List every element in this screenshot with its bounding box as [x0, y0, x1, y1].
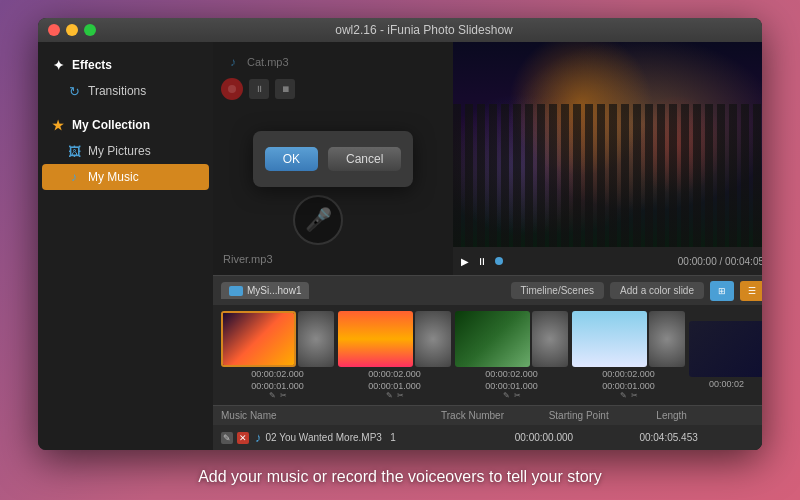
- traffic-lights: [48, 24, 96, 36]
- timeline-scenes-button[interactable]: Timeline/Scenes: [511, 282, 605, 299]
- sidebar-item-my-pictures[interactable]: 🖼 My Pictures: [38, 138, 213, 164]
- cut-icon[interactable]: ✂: [280, 391, 287, 400]
- cut-icon-2[interactable]: ✂: [397, 391, 404, 400]
- titlebar: owl2.16 - iFunia Photo Slideshow: [38, 18, 762, 42]
- thumb-edit-2: ✎ ✂: [386, 391, 404, 400]
- thumb-time-1: 00:00:02.000: [251, 369, 304, 379]
- cut-icon-4[interactable]: ✂: [631, 391, 638, 400]
- grid-view-button[interactable]: ⊞: [710, 281, 734, 301]
- sidebar-item-my-music[interactable]: ♪ My Music: [42, 164, 209, 190]
- content-area: ♪ Cat.mp3 ⏸ ⏹ OK: [213, 42, 762, 450]
- thumb-time-1b: 00:00:01.000: [251, 381, 304, 391]
- timeline-area: 00:00:02.000 00:00:01.000 ✎ ✂: [213, 305, 762, 405]
- my-pictures-label: My Pictures: [88, 144, 151, 158]
- sky-thumbnail: [572, 311, 647, 367]
- blur-thumbnail-3: [532, 311, 568, 367]
- delete-track-button[interactable]: ✕: [237, 432, 249, 444]
- timeline-thumb-5[interactable]: 00:00:02: [689, 321, 762, 389]
- thumb-edit-3: ✎ ✂: [503, 391, 521, 400]
- sidebar-section-effects: ✦ Effects ↻ Transitions: [38, 48, 213, 108]
- music-icon: ♪: [66, 169, 82, 185]
- window-title: owl2.16 - iFunia Photo Slideshow: [96, 23, 752, 37]
- thumb-row-2: [338, 311, 451, 367]
- music-row-1: ✎ ✕ ♪ 02 You Wanted More.MP3 1 00:00:00.…: [213, 425, 762, 450]
- cut-icon-3[interactable]: ✂: [514, 391, 521, 400]
- dialog-buttons: OK Cancel: [265, 147, 402, 171]
- edit-track-button[interactable]: ✎: [221, 432, 233, 444]
- preview-image: [453, 42, 762, 247]
- thumb-row-4: [572, 311, 685, 367]
- sidebar-item-my-collection[interactable]: ★ My Collection: [38, 112, 213, 138]
- preview-controls: ▶ ⏸ 00:00:00 / 00:04:05: [453, 247, 762, 275]
- app-window: owl2.16 - iFunia Photo Slideshow ✦ Effec…: [38, 18, 762, 450]
- top-content: ♪ Cat.mp3 ⏸ ⏹ OK: [213, 42, 762, 275]
- thumb-time-4b: 00:00:01.000: [602, 381, 655, 391]
- thumb-img-sunset: [338, 311, 413, 367]
- sidebar-section-collection: ★ My Collection 🖼 My Pictures ♪ My Music: [38, 108, 213, 194]
- thumb-img-blur4: [649, 311, 685, 367]
- maximize-button[interactable]: [84, 24, 96, 36]
- edit-icon-4[interactable]: ✎: [620, 391, 627, 400]
- tab-icon: [229, 286, 243, 296]
- sidebar-item-effects[interactable]: ✦ Effects: [38, 52, 213, 78]
- edit-icon-2[interactable]: ✎: [386, 391, 393, 400]
- thumb-time-4: 00:00:02.000: [602, 369, 655, 379]
- city-silhouette: [453, 104, 762, 248]
- preview-area: ▶ ⏸ 00:00:00 / 00:04:05: [453, 42, 762, 275]
- effects-icon: ✦: [50, 57, 66, 73]
- sunset-thumbnail: [338, 311, 413, 367]
- ok-button[interactable]: OK: [265, 147, 318, 171]
- dialog-overlay: OK Cancel: [213, 42, 453, 275]
- sidebar-item-transitions[interactable]: ↻ Transitions: [38, 78, 213, 104]
- city-preview: [453, 42, 762, 247]
- close-button[interactable]: [48, 24, 60, 36]
- thumb-edit-4: ✎ ✂: [620, 391, 638, 400]
- blur-thumbnail-2: [415, 311, 451, 367]
- thumb-row-5: [689, 321, 762, 377]
- track-number: 1: [390, 432, 515, 443]
- col-header-name: Music Name: [221, 410, 441, 421]
- edit-icon-3[interactable]: ✎: [503, 391, 510, 400]
- row-actions: ✎ ✕: [221, 432, 249, 444]
- thumb-row-1: [221, 311, 334, 367]
- thumb-img-blur3: [532, 311, 568, 367]
- track-name: 02 You Wanted More.MP3: [266, 432, 391, 443]
- minimize-button[interactable]: [66, 24, 78, 36]
- music-table: Music Name Track Number Starting Point L…: [213, 405, 762, 450]
- music-table-header: Music Name Track Number Starting Point L…: [213, 406, 762, 425]
- edit-icon[interactable]: ✎: [269, 391, 276, 400]
- play-button[interactable]: ▶: [461, 256, 469, 267]
- blur-thumbnail: [298, 311, 334, 367]
- main-area: ✦ Effects ↻ Transitions ★ My Collection …: [38, 42, 762, 450]
- thumb-img-nature: [455, 311, 530, 367]
- timeline-thumb-3[interactable]: 00:00:02.000 00:00:01.000 ✎ ✂: [455, 311, 568, 400]
- track-music-icon: ♪: [255, 430, 262, 445]
- audio-panel: ♪ Cat.mp3 ⏸ ⏹ OK: [213, 42, 453, 275]
- city-thumbnail: [223, 313, 294, 365]
- track-start: 00:00:00.000: [515, 432, 640, 443]
- thumb-img-blur2: [415, 311, 451, 367]
- effects-label: Effects: [72, 58, 112, 72]
- add-color-slide-button[interactable]: Add a color slide: [610, 282, 704, 299]
- sidebar: ✦ Effects ↻ Transitions ★ My Collection …: [38, 42, 213, 450]
- thumb-time-5: 00:00:02: [709, 379, 744, 389]
- pause-preview-button[interactable]: ⏸: [477, 256, 487, 267]
- transitions-icon: ↻: [66, 83, 82, 99]
- tab-label[interactable]: MySi...how1: [221, 282, 309, 299]
- thumb-time-3b: 00:00:01.000: [485, 381, 538, 391]
- thumb-time-3: 00:00:02.000: [485, 369, 538, 379]
- my-music-label: My Music: [88, 170, 139, 184]
- timeline-thumb-2[interactable]: 00:00:02.000 00:00:01.000 ✎ ✂: [338, 311, 451, 400]
- timeline-thumb-4[interactable]: 00:00:02.000 00:00:01.000 ✎ ✂: [572, 311, 685, 400]
- loop-indicator: [495, 257, 503, 265]
- cancel-button[interactable]: Cancel: [328, 147, 401, 171]
- my-collection-label: My Collection: [72, 118, 150, 132]
- list-view-button[interactable]: ☰: [740, 281, 762, 301]
- dialog-box: OK Cancel: [253, 131, 413, 187]
- thumb-img-city: [221, 311, 296, 367]
- track-length: 00:04:05.453: [639, 432, 762, 443]
- thumb-edit-1: ✎ ✂: [269, 391, 287, 400]
- picture-icon: 🖼: [66, 143, 82, 159]
- timeline-thumb-1[interactable]: 00:00:02.000 00:00:01.000 ✎ ✂: [221, 311, 334, 400]
- thumb-row-3: [455, 311, 568, 367]
